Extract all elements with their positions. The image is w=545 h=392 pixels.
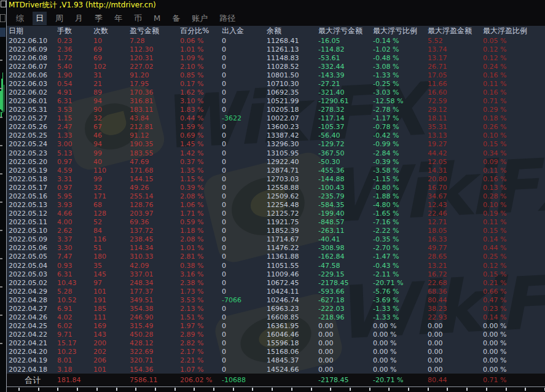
table-row[interactable]: 2022.05.093.37116238.452.08 %011714.67-4… (7, 235, 545, 244)
table-row[interactable]: 2022.05.271.153243.840.44 %-362210022.07… (7, 114, 545, 123)
column-header[interactable]: 出入金 (222, 26, 267, 36)
cell: 2.89 % (180, 331, 222, 339)
table-row[interactable]: 2022.04.229.71143450.282.89 %016046.460.… (7, 331, 545, 339)
cell: 97 (93, 279, 130, 287)
table-row[interactable]: 2022.04.295.28101177.371.73 %010424.11-5… (7, 287, 545, 296)
cell: 10 (93, 37, 130, 45)
menu-item-路径[interactable]: 路径 (216, 12, 238, 25)
table-row[interactable]: 2022.05.243.0094190.351.45 %013296.30-12… (7, 140, 545, 149)
background-toolbar-icon (0, 14, 6, 22)
table-row[interactable]: 2022.04.264.02111246.901.51 %016608.85-2… (7, 313, 545, 322)
cell: -1290.61 (318, 97, 373, 105)
table-row[interactable]: 2022.05.0210.4397248.342.38 %010672.45-2… (7, 278, 545, 287)
tick-mark (0, 88, 2, 89)
table-row[interactable]: 2022.04.2010.23202322.692.17 %015168.060… (7, 348, 545, 356)
table-row[interactable]: 2022.05.313.5390183.111.83 %010205.18-27… (7, 106, 545, 114)
cell: 6.02 (57, 322, 93, 330)
cell: 0.00 (318, 339, 373, 347)
table-row[interactable]: 2022.06.081.7269120.311.09 %011148.83-53… (7, 53, 545, 62)
cell: 0 (222, 288, 267, 296)
cell: 20.80 (428, 175, 483, 183)
table-row[interactable]: 2022.06.016.3194316.813.10 %010521.99-12… (7, 97, 545, 106)
table-row[interactable]: 2022.04.276.91185354.382.13 %016963.23-2… (7, 304, 545, 313)
menu-item-季[interactable]: 季 (92, 12, 106, 25)
cell: -2.70 % (373, 244, 428, 252)
cell: 2022.05.20 (9, 158, 57, 166)
table-row[interactable]: 2022.05.063.3051114.341.01 %011476.22-30… (7, 244, 545, 253)
cell: 0.10 % (483, 131, 545, 139)
cell: 34.67 (428, 192, 483, 200)
cell: 0.12 % (483, 54, 545, 62)
cell: 13.17 (428, 54, 483, 62)
cell: -5.76 % (373, 288, 428, 296)
cell: 1.33 (57, 131, 93, 139)
table-row[interactable]: 2022.05.133.9368128.761.06 %012254.48-58… (7, 200, 545, 209)
cell: 0.59 % (180, 218, 222, 226)
menu-item-月[interactable]: 月 (72, 12, 86, 25)
table-row[interactable]: 2022.04.198.01206320.712.21 %014845.370.… (7, 356, 545, 365)
chart-bar (1, 112, 2, 117)
table-row[interactable]: 2022.06.092.3669112.301.01 %011261.13-11… (7, 45, 545, 53)
cell: 3.31 (57, 175, 93, 183)
cell: 2022.05.04 (9, 262, 57, 270)
cell: 0.11 % (483, 167, 545, 174)
cell: 0 (222, 184, 267, 192)
cell: 1.01 % (180, 244, 222, 252)
column-header[interactable]: 最大浮盈比例 (483, 26, 545, 36)
menu-item-账户[interactable]: 账户 (189, 12, 211, 25)
column-header[interactable]: 盈亏金额 (130, 26, 180, 36)
cell: 2.21 % (180, 356, 222, 364)
table-row[interactable]: 2022.06.075.40102227.022.10 %011028.52-3… (7, 62, 545, 71)
menu-item-M[interactable]: M (151, 12, 163, 24)
column-header[interactable]: 余额 (267, 26, 318, 36)
column-header[interactable]: 百分比% (180, 26, 222, 36)
table-row[interactable]: 2022.04.2115.17200428.122.82 %015596.180… (7, 339, 545, 348)
table-row[interactable]: 2022.05.262.4767212.811.59 %013600.23-10… (7, 123, 545, 131)
table-row[interactable]: 2022.04.2810.52191349.513.53 %-706610246… (7, 296, 545, 304)
cell: 14524.66 (267, 366, 318, 374)
cell: 69 (93, 54, 130, 62)
column-header[interactable]: 日期 (9, 26, 57, 36)
cell: 110 (93, 167, 130, 174)
table-row[interactable]: 2022.05.114.005269.360.59 %011921.75-848… (7, 218, 545, 227)
table-row[interactable]: 2022.05.057.47180310.332.81 %011361.88-1… (7, 253, 545, 261)
menu-item-周[interactable]: 周 (52, 12, 66, 25)
cell: 0.29 % (483, 106, 545, 114)
table-row[interactable]: 2022.05.194.59110171.681.35 %012874.71-4… (7, 166, 545, 174)
menu-item-币[interactable]: 币 (131, 12, 145, 25)
table-row[interactable]: 2022.06.030.542117.950.17 %010710.30-27.… (7, 79, 545, 88)
table-row[interactable]: 2022.05.036.31145337.013.16 %011009.46-2… (7, 270, 545, 278)
header-row: 日期手数次数盈亏金额百分比%出入金余额最大浮亏金额最大浮亏比例最大浮盈金额最大浮… (7, 26, 545, 36)
table-row[interactable]: 2022.05.040.933542.090.38 %011051.55-47.… (7, 261, 545, 270)
column-header[interactable]: 最大浮亏金额 (318, 26, 373, 36)
table-row[interactable]: 2022.05.200.974047.690.37 %012922.40-50.… (7, 157, 545, 166)
table-row[interactable]: 2022.04.183.18101154.361.07 %014524.660.… (7, 365, 545, 374)
table-row[interactable]: 2022.06.024.9189170.361.62 %010692.35-32… (7, 88, 545, 96)
table-row[interactable]: 2022.05.165.95171255.142.08 %012509.62-2… (7, 192, 545, 200)
table-row[interactable]: 2022.05.124.66128203.971.71 %012125.72-1… (7, 210, 545, 218)
table-row[interactable]: 2022.05.251.334691.120.69 %013387.42-56.… (7, 131, 545, 140)
cell: 7.47 (57, 253, 93, 261)
menu-item-备[interactable]: 备 (169, 12, 183, 25)
menu-item-年[interactable]: 年 (111, 12, 125, 25)
cell: -7.16 % (373, 218, 428, 226)
table-row[interactable]: 2022.04.256.02169315.491.97 %016361.950.… (7, 322, 545, 331)
table-row[interactable]: 2022.05.102.6284137.721.18 %011852.39-26… (7, 227, 545, 235)
cell: -0.39 % (373, 158, 428, 166)
cell: 0 (222, 305, 267, 313)
table-row[interactable]: 2022.06.061.903191.200.85 %010801.50-143… (7, 71, 545, 79)
menu-item-综[interactable]: 综 (13, 12, 27, 25)
table-row[interactable]: 2022.05.183.3199144.151.15 %012703.03-14… (7, 174, 545, 183)
column-header[interactable]: 次数 (93, 26, 130, 36)
table-row[interactable]: 2022.05.170.973249.260.39 %012558.88-100… (7, 183, 545, 192)
cell: 1.35 % (180, 167, 222, 174)
table-row[interactable]: 2022.06.100.23107.280.06 %011268.41-16.0… (7, 36, 545, 45)
column-header[interactable]: 最大浮亏比例 (373, 26, 428, 36)
table-row[interactable]: 2022.05.235.1399183.551.42 %013105.95-36… (7, 149, 545, 157)
menu-item-日[interactable]: 日 (33, 12, 47, 25)
column-header[interactable]: 手数 (57, 26, 93, 36)
cell: 6.31 (57, 97, 93, 105)
cell: 2022.06.01 (9, 97, 57, 105)
cell: 3.30 (57, 244, 93, 252)
column-header[interactable]: 最大浮盈金额 (428, 26, 483, 36)
